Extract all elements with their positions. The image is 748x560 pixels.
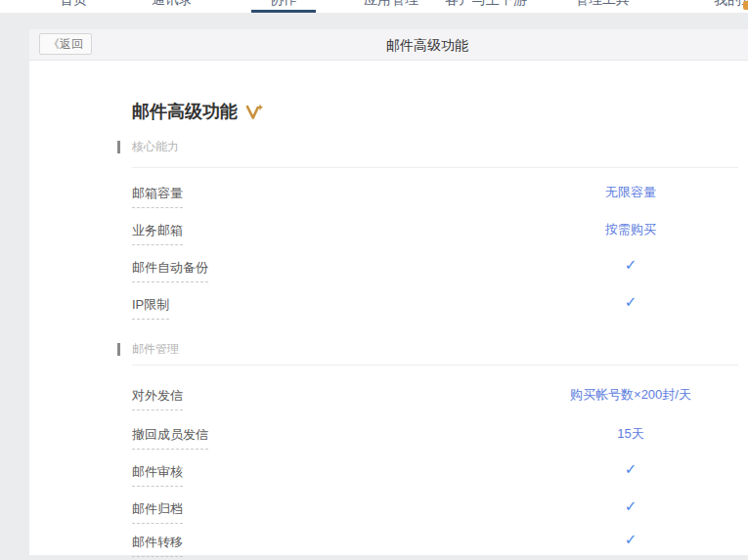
checkmark-icon: ✓ xyxy=(625,531,638,548)
back-button[interactable]: 《返回 xyxy=(39,33,92,55)
tab-admin-tools[interactable]: 管理工具 xyxy=(575,0,630,13)
tab-label: 管理工具 xyxy=(575,0,630,6)
feature-label: 邮件归档 xyxy=(132,500,183,524)
page-header-title: 邮件高级功能 xyxy=(386,37,468,55)
checkmark-icon: ✓ xyxy=(625,497,638,515)
feature-label: 撤回成员发信 xyxy=(132,426,208,450)
page: 首页 通讯录 协作 应用管理 客户与上下游 管理工具 我的企业 《返回 邮件高级… xyxy=(0,0,748,560)
section-divider xyxy=(132,365,738,366)
feature-row-recall-mail: 撤回成员发信 15天 xyxy=(132,425,748,447)
feature-row-business-mailbox: 业务邮箱 按需购买 xyxy=(132,221,748,242)
feature-row-mail-transfer: 邮件转移 ✓ xyxy=(132,533,748,554)
tab-contacts[interactable]: 通讯录 xyxy=(152,0,193,13)
premium-v-spark-icon xyxy=(245,104,264,120)
feature-label: 邮件转移 xyxy=(132,534,183,557)
section-title-mail-management: 邮件管理 xyxy=(117,343,738,356)
feature-label: IP限制 xyxy=(132,296,169,320)
tab-label: 通讯录 xyxy=(152,0,193,6)
content-card: 《返回 邮件高级功能 邮件高级功能 核心能力 邮箱容量 无限容量 业务邮箱 按需… xyxy=(29,29,748,555)
section-title-core: 核心能力 xyxy=(117,141,738,153)
feature-label: 业务邮箱 xyxy=(132,222,183,245)
tab-label: 应用管理 xyxy=(364,0,418,6)
tab-home[interactable]: 首页 xyxy=(60,0,87,13)
feature-value[interactable]: 按需购买 xyxy=(605,221,656,238)
page-header-bar: 《返回 邮件高级功能 xyxy=(29,29,748,61)
feature-row-mail-review: 邮件审核 ✓ xyxy=(132,462,748,484)
top-tab-bar: 首页 通讯录 协作 应用管理 客户与上下游 管理工具 我的企业 xyxy=(0,0,748,13)
page-title-text: 邮件高级功能 xyxy=(132,100,238,123)
feature-label: 邮箱容量 xyxy=(132,185,183,208)
tab-label: 协作 xyxy=(270,0,297,6)
feature-row-mail-archive: 邮件归档 ✓ xyxy=(132,499,748,521)
feature-label: 邮件自动备份 xyxy=(132,259,208,282)
feature-value[interactable]: 购买帐号数×200封/天 xyxy=(570,386,691,404)
tab-label: 客户与上下游 xyxy=(445,0,527,6)
checkmark-icon: ✓ xyxy=(625,460,638,478)
page-title: 邮件高级功能 xyxy=(132,100,264,123)
checkmark-icon: ✓ xyxy=(625,293,638,311)
tab-app-management[interactable]: 应用管理 xyxy=(364,0,418,13)
feature-row-auto-backup: 邮件自动备份 ✓ xyxy=(132,258,748,280)
section-divider xyxy=(132,167,738,168)
tab-customers[interactable]: 客户与上下游 xyxy=(445,0,527,13)
checkmark-icon: ✓ xyxy=(625,256,638,274)
tab-label: 首页 xyxy=(60,0,87,6)
active-tab-underline xyxy=(251,10,316,13)
avatar[interactable] xyxy=(743,1,748,10)
feature-value[interactable]: 无限容量 xyxy=(605,184,656,201)
feature-label: 对外发信 xyxy=(132,387,183,410)
feature-row-ip-restriction: IP限制 ✓ xyxy=(132,295,748,317)
feature-row-external-sending: 对外发信 购买帐号数×200封/天 xyxy=(132,386,748,408)
feature-row-mailbox-capacity: 邮箱容量 无限容量 xyxy=(132,184,748,205)
feature-label: 邮件审核 xyxy=(132,463,183,487)
feature-value[interactable]: 15天 xyxy=(617,425,643,443)
